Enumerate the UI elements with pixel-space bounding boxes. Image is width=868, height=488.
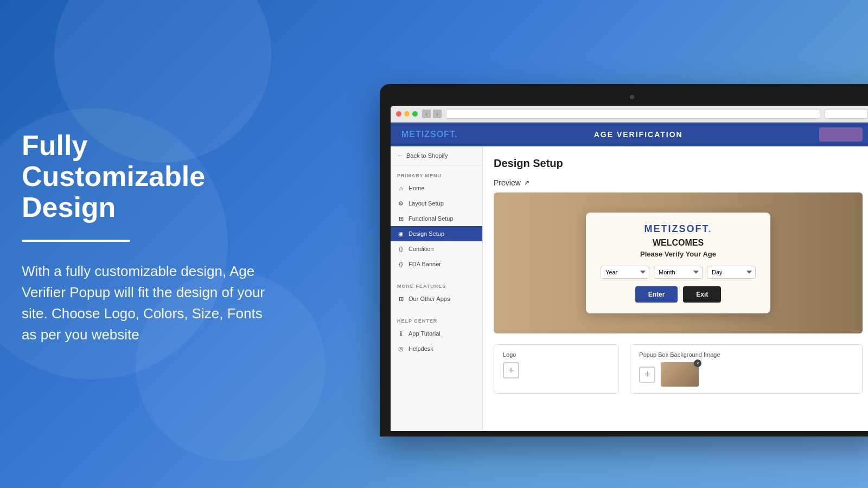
sidebar-item-helpdesk[interactable]: ◎ Helpdesk — [391, 341, 482, 356]
layout-setup-icon: ⚙ — [397, 200, 405, 207]
sidebar-item-functional-setup[interactable]: ⊞ Functional Setup — [391, 211, 482, 226]
more-features-section: MORE FEATURES ⊞ Our Other Apps — [391, 276, 482, 311]
app-title: AGE VERIFICATION — [457, 130, 819, 139]
search-bar[interactable] — [825, 109, 868, 119]
preview-text: Preview — [494, 178, 521, 187]
bg-upload-button[interactable]: + — [639, 367, 655, 383]
hero-title: Fully Customizable Design — [22, 130, 277, 223]
left-panel: Fully Customizable Design With a fully c… — [22, 130, 277, 345]
popup-dropdowns: Year Month Day — [599, 266, 757, 279]
helpdesk-icon: ◎ — [397, 345, 405, 352]
year-select[interactable]: Year — [601, 266, 649, 279]
app-logo: METIZSOFT. — [401, 130, 457, 139]
bg-image-label: Popup Box Background Image — [639, 351, 853, 358]
page-title: Design Setup — [494, 157, 863, 170]
logo-upload-label: Logo — [503, 351, 610, 358]
preview-background: METIZSOFT. WELCOMES Please Verify Your A… — [494, 192, 863, 333]
functional-setup-label: Functional Setup — [409, 215, 454, 222]
hero-divider — [22, 240, 130, 242]
help-center-section: HELP CENTER ℹ App Tutorial ◎ Helpdesk — [391, 311, 482, 361]
back-nav-btn[interactable]: ‹ — [422, 110, 431, 118]
bg-upload-row: + × — [639, 362, 853, 387]
logo-upload-button[interactable]: + — [503, 362, 519, 378]
forward-nav-btn[interactable]: › — [433, 110, 442, 118]
sidebar-item-our-other-apps[interactable]: ⊞ Our Other Apps — [391, 291, 482, 306]
day-select[interactable]: Day — [707, 266, 756, 279]
browser-nav: ‹ › — [422, 110, 442, 118]
help-center-label: HELP CENTER — [391, 315, 482, 326]
preview-area: METIZSOFT. WELCOMES Please Verify Your A… — [494, 192, 863, 333]
sidebar-item-fda-banner[interactable]: {} FDA Banner — [391, 256, 482, 272]
app-header: METIZSOFT. AGE VERIFICATION — [391, 123, 868, 146]
popup-welcomes: WELCOMES — [599, 238, 757, 248]
age-verification-popup: METIZSOFT. WELCOMES Please Verify Your A… — [586, 213, 770, 313]
main-content: Design Setup Preview ↗ METIZSOFT. — [483, 146, 868, 431]
app-body: ← Back to Shopify PRIMARY MENU ⌂ Home ⚙ … — [391, 146, 868, 431]
popup-buttons: Enter Exit — [599, 286, 757, 303]
our-other-apps-label: Our Other Apps — [409, 296, 450, 302]
app-header-right-btn[interactable] — [819, 127, 863, 142]
sidebar: ← Back to Shopify PRIMARY MENU ⌂ Home ⚙ … — [391, 146, 483, 431]
other-apps-icon: ⊞ — [397, 295, 405, 303]
condition-label: Condition — [409, 246, 433, 252]
fullscreen-traffic-light[interactable] — [412, 111, 418, 117]
home-icon: ⌂ — [397, 184, 405, 192]
popup-logo-dot: . — [708, 223, 712, 234]
popup-verify-text: Please Verify Your Age — [599, 250, 757, 258]
popup-logo: METIZSOFT. — [599, 223, 757, 235]
back-to-shopify-link[interactable]: ← Back to Shopify — [391, 146, 482, 165]
design-setup-icon: ◉ — [397, 230, 405, 237]
design-setup-label: Design Setup — [409, 230, 444, 237]
hero-description: With a fully customizable design, Age Ve… — [22, 261, 277, 345]
helpdesk-label: Helpdesk — [409, 345, 433, 352]
laptop-container: ‹ › METIZSOFT. AGE VERIFICATION ← — [380, 84, 868, 436]
back-to-shopify-label: Back to Shopify — [406, 152, 448, 159]
logo-text: METIZSOFT — [401, 130, 455, 139]
laptop-frame: ‹ › METIZSOFT. AGE VERIFICATION ← — [380, 84, 868, 436]
functional-setup-icon: ⊞ — [397, 215, 405, 222]
back-arrow-icon: ← — [397, 152, 404, 159]
home-label: Home — [409, 185, 424, 191]
more-features-label: MORE FEATURES — [391, 280, 482, 291]
fda-banner-label: FDA Banner — [409, 261, 441, 267]
logo-upload-box: Logo + — [494, 344, 619, 394]
browser-bar: ‹ › — [391, 106, 868, 123]
external-link-icon: ↗ — [524, 179, 529, 187]
laptop-camera — [630, 95, 634, 99]
condition-icon: {} — [397, 245, 405, 253]
app-tutorial-label: App Tutorial — [409, 330, 441, 337]
primary-menu-label: PRIMARY MENU — [391, 170, 482, 181]
layout-setup-label: Layout Setup — [409, 200, 444, 207]
month-select[interactable]: Month — [654, 266, 703, 279]
enter-button[interactable]: Enter — [635, 286, 678, 303]
bg-image-thumbnail: × — [661, 362, 699, 387]
primary-menu-section: PRIMARY MENU ⌂ Home ⚙ Layout Setup ⊞ Fun… — [391, 165, 482, 276]
fda-banner-icon: {} — [397, 260, 405, 268]
bg-image-remove-button[interactable]: × — [694, 359, 701, 367]
sidebar-item-app-tutorial[interactable]: ℹ App Tutorial — [391, 326, 482, 341]
sidebar-item-design-setup[interactable]: ◉ Design Setup — [391, 226, 482, 241]
url-bar[interactable] — [446, 109, 820, 119]
sidebar-item-home[interactable]: ⌂ Home — [391, 181, 482, 196]
close-traffic-light[interactable] — [396, 111, 401, 117]
traffic-lights — [396, 111, 418, 117]
bg-image-upload-box: Popup Box Background Image + × — [630, 344, 863, 394]
preview-label: Preview ↗ — [494, 178, 863, 187]
sidebar-item-condition[interactable]: {} Condition — [391, 241, 482, 256]
sidebar-item-layout-setup[interactable]: ⚙ Layout Setup — [391, 196, 482, 211]
minimize-traffic-light[interactable] — [404, 111, 410, 117]
bottom-upload-section: Logo + Popup Box Background Image + × — [494, 344, 863, 394]
app-tutorial-icon: ℹ — [397, 330, 405, 337]
exit-button[interactable]: Exit — [683, 286, 721, 303]
browser-window: ‹ › METIZSOFT. AGE VERIFICATION ← — [391, 106, 868, 431]
